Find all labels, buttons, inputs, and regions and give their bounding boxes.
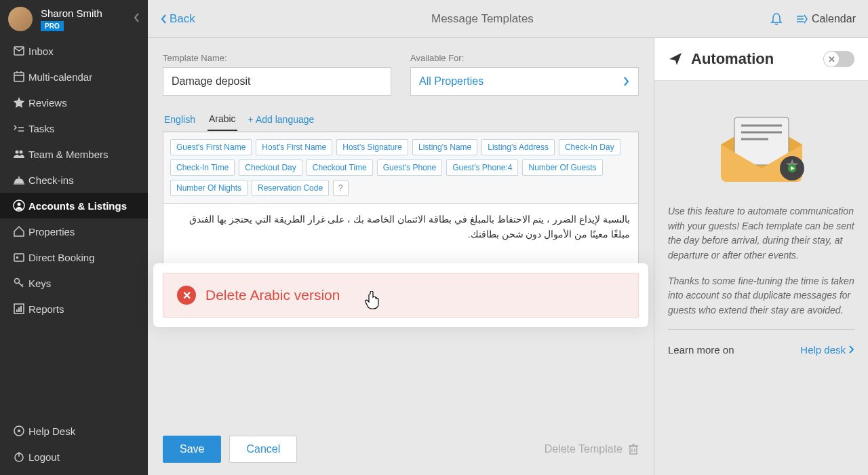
nav-label: Check-ins [28,174,74,186]
help-desk-label: Help desk [800,342,846,358]
language-tabs: English Arabic + Add language [163,108,639,132]
toggle-off-icon: ✕ [824,52,839,66]
sidebar-collapse-icon[interactable] [133,12,140,23]
tag-guest-phone[interactable]: Guest's Phone [377,159,442,176]
tag-reservation-code[interactable]: Reservation Code [252,180,329,196]
automation-desc-2: Thanks to some fine-tuning the time is t… [668,274,854,318]
svg-rect-19 [16,309,18,312]
help-icon [9,425,28,437]
tag-listing-address[interactable]: Listing's Address [481,139,555,155]
svg-rect-14 [16,256,18,259]
nav-tasks[interactable]: Tasks [0,115,148,141]
key-icon [9,277,28,289]
tasks-icon [9,122,28,134]
delete-language-button[interactable]: ✕ Delete Arabic version [163,273,639,318]
page-title: Message Templates [195,12,770,26]
tab-arabic[interactable]: Arabic [208,108,237,131]
tag-num-guests[interactable]: Number Of Guests [522,159,602,176]
variable-tags: Guest's First Name Host's First Name Hos… [163,132,639,204]
tag-checkout-time[interactable]: Checkout Time [307,159,373,176]
template-name-label: Template Name: [163,53,391,63]
profile-section[interactable]: Sharon Smith PRO [0,0,148,38]
cancel-button[interactable]: Cancel [229,436,297,463]
svg-point-15 [15,279,20,284]
svg-rect-21 [20,306,22,312]
tag-host-signature[interactable]: Host's Signature [336,139,408,155]
automation-desc-1: Use this feature to automate communicati… [668,204,854,263]
avatar [8,7,33,31]
delete-template-label: Delete Template [545,443,623,455]
nav-team[interactable]: Team & Members [0,141,148,167]
sidebar: Sharon Smith PRO Inbox Multi-calendar Re… [0,0,148,475]
home-icon [9,225,28,238]
account-icon [9,200,28,212]
plane-icon [668,52,683,66]
template-name-input[interactable] [163,67,391,96]
svg-line-17 [22,284,23,286]
action-bar: Save Cancel Delete Template [163,425,639,475]
main: Back Message Templates Calendar Template… [148,0,868,475]
tag-help-icon[interactable]: ? [333,180,349,196]
tag-num-nights[interactable]: Number Of Nights [170,180,248,196]
calendar-link[interactable]: Calendar [795,13,856,25]
automation-panel: Automation ✕ [654,38,868,475]
tag-guest-first-name[interactable]: Guest's First Name [170,139,252,155]
tag-checkin-day[interactable]: Check-In Day [559,139,620,155]
nav-reviews[interactable]: Reviews [0,90,148,115]
nav-helpdesk[interactable]: Help Desk [0,418,148,444]
calendar-label: Calendar [812,13,856,25]
automation-toggle[interactable]: ✕ [823,51,854,67]
nav-reports[interactable]: Reports [0,296,148,322]
chevron-right-icon [623,76,630,87]
team-icon [9,148,28,160]
tag-listing-name[interactable]: Listing's Name [412,139,477,155]
bell-service-icon [9,174,28,186]
nav-logout[interactable]: Logout [0,444,148,470]
svg-point-23 [18,430,20,432]
star-icon [9,96,28,109]
nav: Inbox Multi-calendar Reviews Tasks Team … [0,38,148,418]
nav-label: Properties [28,226,75,238]
available-for-dropdown[interactable]: All Properties [410,67,639,96]
inbox-icon [9,45,28,57]
booking-icon [9,251,28,263]
svg-rect-1 [14,73,24,81]
tag-host-first-name[interactable]: Host's First Name [256,139,332,155]
tab-english[interactable]: English [163,109,197,130]
back-button[interactable]: Back [160,12,195,26]
message-body[interactable]: بالنسبة لإيداع الضرر ، يتم الاحتفاظ بالم… [163,204,639,265]
nav-multicalendar[interactable]: Multi-calendar [0,64,148,90]
save-button[interactable]: Save [163,436,221,463]
header: Back Message Templates Calendar [148,0,868,38]
automation-title: Automation [691,50,774,68]
tag-checkin-time[interactable]: Check-In Time [170,159,235,176]
nav-keys[interactable]: Keys [0,270,148,296]
nav-label: Team & Members [28,149,108,160]
nav-accounts-listings[interactable]: Accounts & Listings [0,193,148,218]
svg-point-7 [16,151,19,154]
profile-name: Sharon Smith [41,7,102,19]
bell-icon[interactable] [770,12,783,26]
automation-header: Automation ✕ [654,38,868,81]
nav-direct-booking[interactable]: Direct Booking [0,244,148,270]
delete-language-label: Delete Arabic version [205,287,340,303]
nav-label: Multi-calendar [28,71,92,83]
automation-body: Use this feature to automate communicati… [654,81,868,374]
trash-icon [628,443,639,455]
nav-inbox[interactable]: Inbox [0,38,148,64]
nav-label: Reviews [28,97,67,109]
nav-properties[interactable]: Properties [0,218,148,244]
nav-label: Direct Booking [28,252,95,263]
delete-template-button[interactable]: Delete Template [545,443,639,455]
available-for-label: Available For: [410,53,639,63]
logout-icon [9,451,28,463]
nav-bottom: Help Desk Logout [0,418,148,475]
tag-checkout-day[interactable]: Checkout Day [239,159,302,176]
add-language-button[interactable]: + Add language [248,114,315,125]
svg-rect-13 [14,254,24,261]
automation-illustration [714,104,809,185]
tag-guest-phone4[interactable]: Guest's Phone:4 [446,159,518,176]
help-desk-link[interactable]: Help desk [800,342,854,358]
editor-panel: Template Name: Available For: All Proper… [148,38,654,475]
nav-checkins[interactable]: Check-ins [0,167,148,193]
